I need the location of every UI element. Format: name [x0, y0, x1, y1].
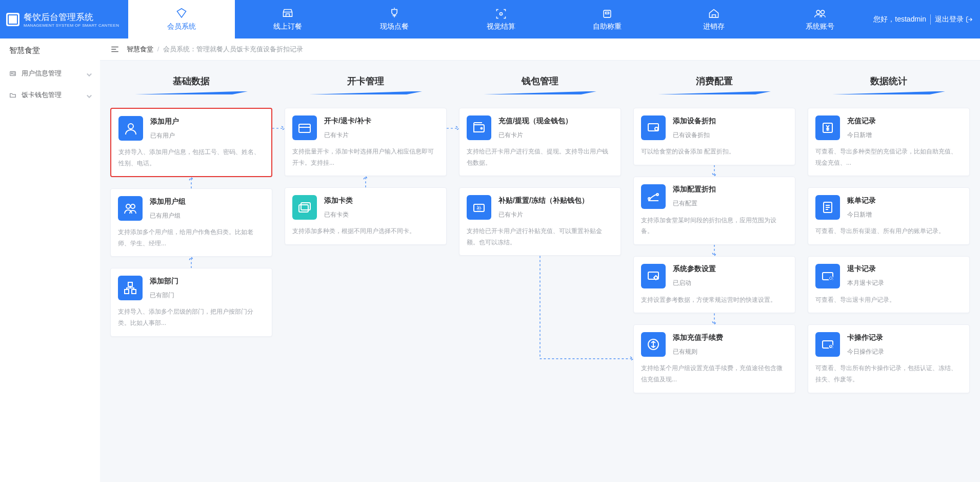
card-subtitle: 已有配置 — [673, 199, 716, 208]
svg-point-20 — [655, 127, 658, 130]
device-icon — [641, 115, 666, 140]
card-card[interactable]: 开卡/退卡/补卡 已有卡片 支持批量开卡，添加卡时选择用户输入相应信息即可开卡。… — [285, 108, 447, 176]
svg-point-16 — [481, 128, 483, 129]
card-cardlog[interactable]: 卡操作记录 今日操作记录 可查看、导出所有的卡操作记录，包括认证、冻结、挂失、作… — [808, 324, 970, 393]
sidebar-item-label: 饭卡钱包管理 — [22, 90, 62, 100]
card-desc: 支持添加食堂某时间段的折扣信息，应用范围为设备。 — [641, 215, 788, 237]
card-subtitle: 已有规则 — [673, 348, 723, 356]
card-settings[interactable]: 系统参数设置 已启动 支持设置参考数据，方便常规运营时的快速设置。 — [633, 256, 795, 314]
card-desc: 可查看、导出所有的卡操作记录，包括认证、冻结、挂失、作废等。 — [815, 363, 962, 385]
card-subtitle: 已有部门 — [150, 291, 178, 300]
chevron-down-icon — [86, 92, 91, 98]
column-title: 数据统计 — [870, 75, 907, 87]
card-desc: 支持给已开卡用户进行补贴充值、可以重置补贴金额。也可以冻结。 — [467, 226, 613, 248]
card-subtitle: 本月退卡记录 — [847, 279, 884, 287]
column-4: 数据统计 充值记录 今日新增 可查看、导出多种类型的充值记录，比如自助充值、现金… — [808, 75, 970, 404]
svg-point-7 — [128, 124, 133, 129]
chevron-down-icon — [86, 71, 91, 76]
topbar-right: 您好，testadmin 退出登录 — [873, 14, 980, 25]
card-yen[interactable]: 充值记录 今日新增 可查看、导出多种类型的充值记录，比如自助充值、现金充值、..… — [808, 108, 970, 176]
card-users[interactable]: 添加用户组 已有用户组 支持添加多个用户组，给用户作角色归类。比如老师、学生、经… — [110, 188, 272, 257]
id-icon — [9, 70, 16, 77]
topnav-label: 进销存 — [703, 22, 725, 31]
crumb-root[interactable]: 智慧食堂 — [127, 45, 153, 53]
collapse-menu-icon[interactable] — [110, 45, 119, 54]
fee-icon — [641, 332, 666, 357]
card-title: 添加部门 — [150, 277, 178, 286]
svg-rect-11 — [125, 290, 129, 294]
divider — [930, 14, 931, 25]
logout-icon — [966, 16, 973, 23]
topnav-diamond[interactable]: 会员系统 — [128, 0, 235, 38]
sidebar-item-1[interactable]: 饭卡钱包管理 — [0, 84, 100, 106]
svg-point-6 — [11, 73, 13, 74]
logout-label: 退出登录 — [935, 15, 964, 24]
svg-point-3 — [817, 10, 821, 14]
sidebar-item-0[interactable]: 用户信息管理 — [0, 63, 100, 84]
topnav-scale[interactable]: 自助称重 — [554, 0, 661, 38]
card-desc: 支持给已开卡用户进行充值、提现。支持导出用户钱包数据。 — [467, 146, 613, 168]
sidebar: 智慧食堂 用户信息管理饭卡钱包管理 — [0, 38, 100, 482]
cardlog-icon — [815, 332, 840, 357]
breadcrumb: 智慧食堂 / 会员系统：管理就餐人员饭卡充值设备折扣记录 — [127, 45, 303, 54]
card-bill[interactable]: 账单记录 今日新增 可查看、导出所有渠道、所有用户的账单记录。 — [808, 187, 970, 245]
discount-icon — [641, 184, 666, 209]
logout-button[interactable]: 退出登录 — [935, 15, 973, 24]
card-title: 退卡记录 — [847, 264, 884, 274]
svg-rect-15 — [301, 203, 310, 210]
topnav-scan[interactable]: 视觉结算 — [448, 0, 554, 38]
card-desc: 支持导入、添加多个层级的部门，把用户按部门分类。比如人事部... — [118, 306, 265, 329]
topnav-users[interactable]: 系统账号 — [767, 0, 874, 38]
card-user[interactable]: 添加用户 已有用户 支持导入、添加用户信息，包括工号、密码、姓名、性别、电话。 — [110, 108, 272, 177]
svg-text:补: 补 — [476, 205, 482, 211]
topnav-warehouse[interactable]: 进销存 — [661, 0, 767, 38]
card-subtitle: 已有卡类 — [324, 210, 353, 219]
card-wallet[interactable]: 充值/提现（现金钱包） 已有卡片 支持给已开卡用户进行充值、提现。支持导出用户钱… — [459, 108, 621, 176]
card-desc: 可查看、导出多种类型的充值记录，比如自助充值、现金充值、... — [815, 146, 962, 168]
svg-point-4 — [821, 10, 825, 14]
users-icon — [813, 8, 827, 20]
sidebar-item-label: 用户信息管理 — [22, 69, 62, 78]
card-cards[interactable]: 添加卡类 已有卡类 支持添加多种类，根据不同用户选择不同卡。 — [285, 187, 447, 245]
warehouse-icon — [707, 8, 721, 20]
card-subtitle: 今日操作记录 — [847, 348, 884, 356]
main: 智慧食堂 / 会员系统：管理就餐人员饭卡充值设备折扣记录 基础数据 添加用户 已… — [100, 38, 980, 482]
svg-rect-10 — [128, 282, 132, 286]
column-3: 消费配置 添加设备折扣 已有设备折扣 可以给食堂的设备添加 配置折扣。 添加配置… — [633, 75, 795, 404]
yen-icon — [815, 115, 840, 140]
column-underline — [808, 90, 970, 95]
column-underline — [459, 90, 621, 95]
card-desc: 支持批量开卡，添加卡时选择用户输入相应信息即可开卡。支持挂... — [292, 146, 439, 168]
card-subsidy[interactable]: 补 补贴/重置/冻结（补贴钱包） 已有卡片 支持给已开卡用户进行补贴充值、可以重… — [459, 187, 621, 256]
card-discount[interactable]: 添加配置折扣 已有配置 支持添加食堂某时间段的折扣信息，应用范围为设备。 — [633, 177, 795, 245]
card-title: 充值/提现（现金钱包） — [498, 117, 572, 126]
topnav-cup[interactable]: 现场点餐 — [341, 0, 448, 38]
columns: 基础数据 添加用户 已有用户 支持导入、添加用户信息，包括工号、密码、姓名、性别… — [100, 61, 980, 404]
card-org[interactable]: 添加部门 已有部门 支持导入、添加多个层级的部门，把用户按部门分类。比如人事部.… — [110, 268, 272, 336]
card-device[interactable]: 添加设备折扣 已有设备折扣 可以给食堂的设备添加 配置折扣。 — [633, 108, 795, 165]
card-subtitle: 已有用户组 — [150, 211, 186, 220]
card-title: 卡操作记录 — [847, 333, 884, 342]
topnav-label: 自助称重 — [593, 22, 622, 31]
subsidy-icon: 补 — [467, 195, 491, 220]
card-subtitle: 今日新增 — [847, 131, 876, 140]
topnav-label: 线上订餐 — [273, 22, 302, 31]
scale-icon — [600, 8, 614, 20]
topnav-store[interactable]: 线上订餐 — [235, 0, 342, 38]
card-subtitle: 已有卡片 — [324, 131, 371, 140]
users-icon — [118, 196, 143, 221]
cardx-icon — [815, 264, 840, 288]
card-cardx[interactable]: 退卡记录 本月退卡记录 可查看、导出退卡用户记录。 — [808, 256, 970, 314]
column-title: 消费配置 — [696, 75, 733, 87]
card-title: 添加卡类 — [324, 196, 353, 205]
brand-title: 餐饮后台管理系统 — [24, 11, 119, 23]
card-title: 系统参数设置 — [673, 264, 716, 274]
sidebar-title: 智慧食堂 — [0, 46, 100, 63]
card-desc: 支持添加多个用户组，给用户作角色归类。比如老师、学生、经理... — [118, 227, 265, 249]
card-fee[interactable]: 添加充值手续费 已有规则 支持给某个用户组设置充值手续费，充值途径包含微信充值及… — [633, 324, 795, 393]
store-icon — [281, 8, 295, 20]
card-subtitle: 已有卡片 — [498, 131, 572, 140]
column-underline — [285, 90, 447, 95]
card-desc: 可查看、导出所有渠道、所有用户的账单记录。 — [815, 226, 962, 237]
card-title: 添加用户组 — [150, 197, 186, 206]
